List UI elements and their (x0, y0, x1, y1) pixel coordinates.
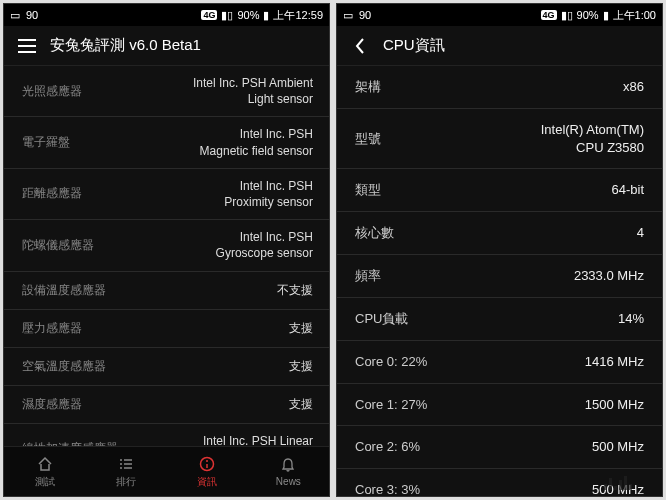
phone-left: ▭ 90 4G ▮▯ 90% ▮ 上午12:59 安兔兔評測 v6.0 Beta… (3, 3, 330, 497)
app-title: 安兔兔評測 v6.0 Beta1 (50, 36, 201, 55)
info-icon (199, 455, 215, 473)
row-value: 4 (637, 224, 644, 242)
bell-icon (280, 456, 296, 474)
status-bar: ▭ 90 4G ▮▯ 90% ▮ 上午1:00 (337, 4, 662, 26)
list-row: 型號Intel(R) Atom(TM)CPU Z3580 (337, 109, 662, 169)
list-row: 濕度感應器支援 (4, 386, 329, 424)
row-value: Intel Inc. PSH AmbientLight sensor (193, 75, 313, 107)
row-label: 電子羅盤 (22, 134, 70, 151)
list-row: 核心數4 (337, 212, 662, 255)
row-label: Core 1: 27% (355, 397, 427, 412)
home-icon (37, 455, 53, 473)
nav-label: 測試 (35, 475, 55, 489)
clock: 上午12:59 (273, 8, 323, 23)
list-row: Core 0: 22%1416 MHz (337, 341, 662, 384)
app-bar: 安兔兔評測 v6.0 Beta1 (4, 26, 329, 66)
svg-point-1 (206, 460, 208, 462)
signal-icon: ▮▯ (561, 9, 573, 22)
nav-label: 資訊 (197, 475, 217, 489)
row-label: CPU負載 (355, 310, 408, 328)
list-row: 頻率2333.0 MHz (337, 255, 662, 298)
status-bar: ▭ 90 4G ▮▯ 90% ▮ 上午12:59 (4, 4, 329, 26)
row-value: 14% (618, 310, 644, 328)
row-value: Intel Inc. PSHMagnetic field sensor (200, 126, 313, 158)
row-label: 光照感應器 (22, 83, 82, 100)
nav-label: 排行 (116, 475, 136, 489)
row-value: 64-bit (611, 181, 644, 199)
list-row: 陀螺儀感應器Intel Inc. PSHGyroscope sensor (4, 220, 329, 271)
list-row: 線性加速度感應器Intel Inc. PSH LinearAcceleratio… (4, 424, 329, 447)
nav-test[interactable]: 測試 (4, 447, 85, 496)
list-row: 壓力感應器支援 (4, 310, 329, 348)
network-badge: 4G (201, 10, 217, 20)
row-value: 支援 (289, 320, 313, 336)
row-label: 設備溫度感應器 (22, 282, 106, 299)
row-value: 支援 (289, 358, 313, 374)
row-value: Intel Inc. PSHProximity sensor (224, 178, 313, 210)
row-value: 2333.0 MHz (574, 267, 644, 285)
row-label: Core 3: 3% (355, 482, 420, 496)
status-left: ▭ 90 (343, 9, 371, 22)
clock: 上午1:00 (613, 8, 656, 23)
row-value: 500 MHz (592, 438, 644, 456)
battery-pct: 90% (577, 9, 599, 21)
phone-right: ▭ 90 4G ▮▯ 90% ▮ 上午1:00 CPU資訊 架構x86型號Int… (336, 3, 663, 497)
list-row: 架構x86 (337, 66, 662, 109)
row-label: 架構 (355, 78, 381, 96)
nav-rank[interactable]: 排行 (85, 447, 166, 496)
row-value: Intel(R) Atom(TM)CPU Z3580 (541, 121, 644, 156)
list-icon (118, 455, 134, 473)
list-row: 設備溫度感應器不支援 (4, 272, 329, 310)
status-left: ▭ 90 (10, 9, 38, 22)
row-value: 1500 MHz (585, 396, 644, 414)
row-label: 型號 (355, 130, 381, 148)
row-label: 陀螺儀感應器 (22, 237, 94, 254)
row-value: x86 (623, 78, 644, 96)
page-title: CPU資訊 (383, 36, 445, 55)
row-label: 類型 (355, 181, 381, 199)
row-label: 頻率 (355, 267, 381, 285)
status-right: 4G ▮▯ 90% ▮ 上午12:59 (201, 8, 323, 23)
list-row: 距離感應器Intel Inc. PSHProximity sensor (4, 169, 329, 220)
status-right: 4G ▮▯ 90% ▮ 上午1:00 (541, 8, 656, 23)
nav-news[interactable]: News (248, 447, 329, 496)
signal-text: 90 (359, 9, 371, 21)
battery-icon: ▮ (263, 9, 269, 22)
list-row: 空氣溫度感應器支援 (4, 348, 329, 386)
signal-icon: ▮▯ (221, 9, 233, 22)
battery-icon: ▮ (603, 9, 609, 22)
row-label: 空氣溫度感應器 (22, 358, 106, 375)
app-bar: CPU資訊 (337, 26, 662, 66)
nav-label: News (276, 476, 301, 487)
row-value: 不支援 (277, 282, 313, 298)
bottom-nav: 測試 排行 資訊 News (4, 446, 329, 496)
back-icon[interactable] (349, 35, 371, 57)
list-row: 電子羅盤Intel Inc. PSHMagnetic field sensor (4, 117, 329, 168)
row-label: 核心數 (355, 224, 394, 242)
row-label: 濕度感應器 (22, 396, 82, 413)
row-label: Core 2: 6% (355, 439, 420, 454)
list-row: 光照感應器Intel Inc. PSH AmbientLight sensor (4, 66, 329, 117)
watermark (604, 476, 644, 490)
signal-text: 90 (26, 9, 38, 21)
list-row: CPU負載14% (337, 298, 662, 341)
row-value: Intel Inc. PSHGyroscope sensor (216, 229, 313, 261)
list-row: Core 1: 27%1500 MHz (337, 384, 662, 427)
row-value: Intel Inc. PSH LinearAcceleration sensor (203, 433, 313, 447)
row-label: 壓力感應器 (22, 320, 82, 337)
row-value: 1416 MHz (585, 353, 644, 371)
list-row: Core 2: 6%500 MHz (337, 426, 662, 469)
row-label: 距離感應器 (22, 185, 82, 202)
battery-pct: 90% (237, 9, 259, 21)
list-row: 類型64-bit (337, 169, 662, 212)
sensor-list[interactable]: 光照感應器Intel Inc. PSH AmbientLight sensor電… (4, 66, 329, 446)
cpu-info-list[interactable]: 架構x86型號Intel(R) Atom(TM)CPU Z3580類型64-bi… (337, 66, 662, 496)
row-value: 支援 (289, 396, 313, 412)
screenshot-icon: ▭ (10, 9, 20, 22)
menu-icon[interactable] (16, 35, 38, 57)
screenshot-icon: ▭ (343, 9, 353, 22)
row-label: Core 0: 22% (355, 354, 427, 369)
network-badge: 4G (541, 10, 557, 20)
nav-info[interactable]: 資訊 (167, 447, 248, 496)
